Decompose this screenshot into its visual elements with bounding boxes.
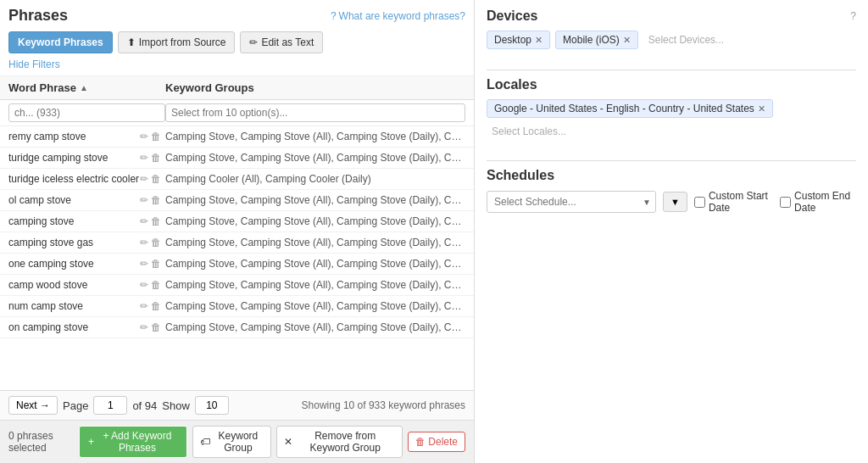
table-row: turidge iceless electric cooler ✏ 🗑 Camp…	[0, 169, 474, 190]
custom-start-date-checkbox[interactable]	[694, 197, 705, 208]
edit-as-text-button[interactable]: ✏ Edit as Text	[240, 31, 323, 53]
delete-button[interactable]: 🗑 Delete	[408, 432, 465, 452]
trash-icon: 🗑	[415, 436, 426, 448]
delete-row-icon[interactable]: 🗑	[151, 321, 161, 333]
cell-groups: Camping Stove, Camping Stove (All), Camp…	[165, 258, 465, 270]
cell-actions: ✏ 🗑	[140, 215, 165, 227]
schedules-section: Schedules ▼ ▼ Custom Start Date Custom E…	[487, 168, 856, 455]
devices-help-icon[interactable]: ?	[850, 10, 856, 22]
cell-actions: ✏ 🗑	[140, 152, 165, 164]
cell-actions: ✏ 🗑	[140, 237, 165, 248]
page-input[interactable]	[93, 396, 127, 415]
cell-phrase: on camping stove	[8, 321, 140, 333]
table-header: Word Phrase ▲ Keyword Groups	[0, 76, 474, 100]
delete-row-icon[interactable]: 🗑	[151, 194, 161, 206]
cell-actions: ✏ 🗑	[140, 258, 165, 270]
keyword-phrases-button[interactable]: Keyword Phrases	[8, 31, 113, 53]
add-keyword-phrases-button[interactable]: + + Add Keyword Phrases	[79, 426, 187, 458]
table-row: num camp stove ✏ 🗑 Camping Stove, Campin…	[0, 296, 474, 317]
hide-filters-link[interactable]: Hide Filters	[8, 59, 465, 70]
divider-1	[487, 70, 856, 70]
phrase-filter	[8, 103, 165, 122]
table-row: one camping stove ✏ 🗑 Camping Stove, Cam…	[0, 254, 474, 275]
sort-arrow-icon[interactable]: ▲	[80, 83, 88, 92]
delete-row-icon[interactable]: 🗑	[151, 215, 161, 227]
cell-phrase: ol camp stove	[8, 194, 140, 206]
tag-icon: 🏷	[200, 436, 210, 448]
selected-count: 0 phrases selected	[8, 430, 74, 454]
schedule-select-wrap: ▼	[487, 191, 656, 213]
cell-actions: ✏ 🗑	[140, 194, 165, 206]
delete-row-icon[interactable]: 🗑	[151, 279, 161, 291]
edit-row-icon[interactable]: ✏	[140, 152, 148, 164]
cell-actions: ✏ 🗑	[140, 300, 165, 312]
table-row: camp wood stove ✏ 🗑 Camping Stove, Campi…	[0, 275, 474, 296]
mobile-ios-remove-icon[interactable]: ✕	[623, 35, 631, 46]
table-row: camping stove ✏ 🗑 Camping Stove, Camping…	[0, 211, 474, 232]
custom-end-date-label: Custom End Date	[780, 190, 856, 214]
delete-row-icon[interactable]: 🗑	[151, 152, 161, 164]
locale-google-us-tag: Google - United States - English - Count…	[487, 99, 773, 118]
edit-row-icon[interactable]: ✏	[140, 279, 148, 291]
filter-row	[0, 100, 474, 126]
edit-row-icon[interactable]: ✏	[140, 321, 148, 333]
devices-title: Devices ?	[487, 8, 856, 24]
remove-from-keyword-group-button[interactable]: ✕ Remove from Keyword Group	[276, 426, 403, 458]
cell-groups: Camping Stove, Camping Stove (All), Camp…	[165, 300, 465, 312]
cell-phrase: camp wood stove	[8, 279, 140, 291]
table-row: camping stove gas ✏ 🗑 Camping Stove, Cam…	[0, 232, 474, 254]
cell-groups: Camping Stove, Camping Stove (All), Camp…	[165, 279, 465, 291]
cell-actions: ✏ 🗑	[140, 321, 165, 333]
cell-phrase: one camping stove	[8, 258, 140, 270]
schedule-dropdown-button[interactable]: ▼	[663, 192, 687, 212]
import-from-source-button[interactable]: ⬆ Import from Source	[118, 31, 236, 53]
devices-tags: Desktop ✕ Mobile (iOS) ✕ Select Devices.…	[487, 31, 856, 49]
locales-placeholder[interactable]: Select Locales...	[487, 123, 571, 140]
locale-remove-icon[interactable]: ✕	[758, 103, 765, 114]
mobile-ios-tag: Mobile (iOS) ✕	[555, 31, 638, 49]
col-groups-header: Keyword Groups	[165, 81, 465, 94]
edit-row-icon[interactable]: ✏	[140, 173, 148, 185]
next-button[interactable]: Next →	[8, 396, 58, 415]
cell-actions: ✏ 🗑	[140, 131, 165, 142]
cell-groups: Camping Stove, Camping Stove (All), Camp…	[165, 131, 465, 142]
cell-phrase: num camp stove	[8, 300, 140, 312]
groups-search-input[interactable]	[165, 103, 465, 122]
help-link[interactable]: ? What are keyword phrases?	[331, 10, 465, 22]
bottom-bar: 0 phrases selected + + Add Keyword Phras…	[0, 420, 474, 463]
show-input[interactable]	[195, 396, 229, 415]
groups-filter	[165, 103, 465, 122]
table-row: remy camp stove ✏ 🗑 Camping Stove, Campi…	[0, 126, 474, 148]
cell-groups: Camping Stove, Camping Stove (All), Camp…	[165, 237, 465, 248]
cell-phrase: camping stove gas	[8, 237, 140, 248]
schedule-select-input[interactable]	[487, 191, 656, 213]
cell-phrase: remy camp stove	[8, 131, 140, 142]
phrase-search-input[interactable]	[8, 103, 165, 122]
delete-row-icon[interactable]: 🗑	[151, 131, 161, 142]
remove-icon: ✕	[284, 436, 292, 448]
question-icon: ?	[331, 10, 337, 22]
table-row: turidge camping stove ✏ 🗑 Camping Stove,…	[0, 148, 474, 169]
desktop-remove-icon[interactable]: ✕	[535, 35, 542, 46]
cell-groups: Camping Cooler (All), Camping Cooler (Da…	[165, 173, 465, 185]
cell-groups: Camping Stove, Camping Stove (All), Camp…	[165, 152, 465, 164]
cell-groups: Camping Stove, Camping Stove (All), Camp…	[165, 321, 465, 333]
desktop-tag: Desktop ✕	[487, 31, 550, 49]
edit-row-icon[interactable]: ✏	[140, 131, 148, 142]
page-title: Phrases	[8, 7, 68, 25]
custom-end-date-checkbox[interactable]	[780, 197, 791, 208]
edit-row-icon[interactable]: ✏	[140, 258, 148, 270]
col-phrase-header: Word Phrase ▲	[8, 81, 165, 94]
assign-keyword-group-button[interactable]: 🏷 Keyword Group	[192, 426, 271, 458]
edit-row-icon[interactable]: ✏	[140, 194, 148, 206]
delete-row-icon[interactable]: 🗑	[151, 237, 161, 248]
edit-row-icon[interactable]: ✏	[140, 215, 148, 227]
edit-row-icon[interactable]: ✏	[140, 237, 148, 248]
pagination-bar: Next → Page of 94 Show Showing 10 of 933…	[0, 390, 474, 420]
devices-placeholder[interactable]: Select Devices...	[643, 31, 729, 48]
delete-row-icon[interactable]: 🗑	[151, 173, 161, 185]
edit-row-icon[interactable]: ✏	[140, 300, 148, 312]
delete-row-icon[interactable]: 🗑	[151, 258, 161, 270]
delete-row-icon[interactable]: 🗑	[151, 300, 161, 312]
locales-section: Locales Google - United States - English…	[487, 77, 856, 140]
